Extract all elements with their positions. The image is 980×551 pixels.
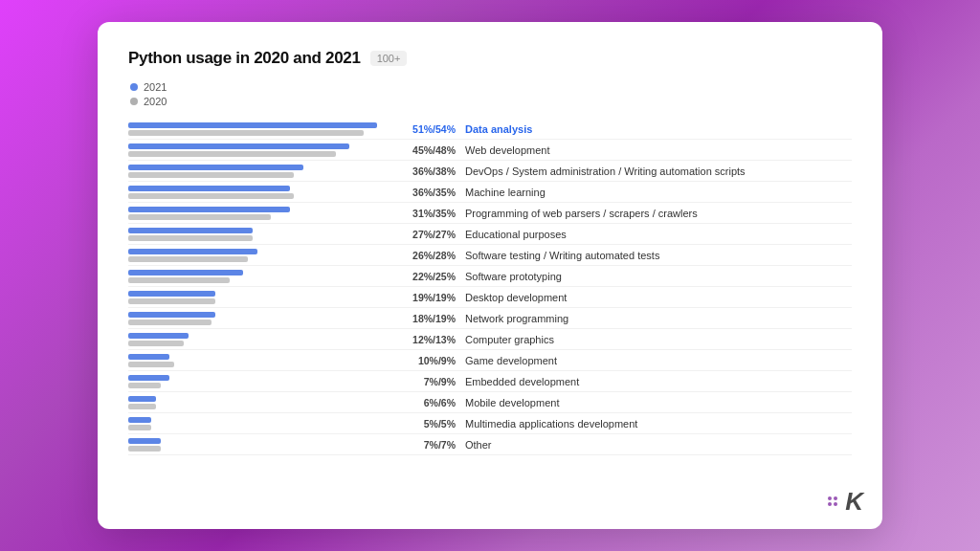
bar-2020 [128, 404, 156, 409]
legend-dot-2021 [130, 83, 138, 91]
bar-2020 [128, 214, 271, 220]
row-label: Game development [465, 355, 557, 366]
bar-container [128, 186, 396, 199]
row-label: Educational purposes [465, 229, 567, 240]
bar-2020 [128, 172, 294, 178]
table-row: 7%/9% Embedded development [128, 371, 852, 392]
row-label: Computer graphics [465, 334, 554, 345]
pct-label: 36%/38% [396, 165, 465, 177]
pct-label: 18%/19% [396, 313, 465, 324]
bar-2021 [128, 291, 215, 297]
bar-2021 [128, 333, 189, 339]
table-row: 31%/35% Programming of web parsers / scr… [128, 203, 852, 224]
row-label: Other [465, 439, 492, 451]
pct-label: 12%/13% [396, 334, 465, 345]
bar-container [128, 312, 396, 325]
bar-2021 [128, 354, 169, 360]
bar-container [128, 122, 396, 136]
bar-2021 [128, 417, 151, 423]
bar-2020 [128, 277, 230, 283]
bar-container [128, 354, 396, 367]
legend-2020: 2020 [130, 96, 852, 107]
dot2 [834, 496, 837, 500]
main-card: Python usage in 2020 and 2021 100+ 2021 … [98, 22, 882, 529]
bar-2021 [128, 122, 377, 128]
pct-label: 45%/48% [396, 144, 465, 156]
bar-container [128, 143, 396, 157]
dot4 [834, 502, 837, 506]
bar-2021 [128, 249, 257, 254]
bar-container [128, 333, 396, 346]
row-label: Machine learning [465, 187, 546, 198]
bar-2020 [128, 130, 364, 136]
pct-label: 19%/19% [396, 292, 465, 303]
watermark-dots [828, 496, 841, 506]
table-row: 51%/54% Data analysis [128, 119, 852, 140]
legend-label-2021: 2021 [144, 81, 167, 93]
bar-2021 [128, 396, 156, 402]
legend-dot-2020 [130, 98, 138, 105]
table-row: 19%/19% Desktop development [128, 287, 852, 308]
table-row: 45%/48% Web development [128, 140, 852, 161]
bar-2021 [128, 312, 215, 318]
sample-badge: 100+ [370, 51, 408, 66]
dot1 [828, 496, 832, 500]
pct-label: 22%/25% [396, 271, 465, 282]
bar-container [128, 396, 396, 409]
bar-container [128, 417, 396, 430]
bar-2021 [128, 207, 290, 212]
pct-label: 51%/54% [396, 123, 465, 135]
bar-2020 [128, 235, 253, 241]
bar-2020 [128, 425, 151, 430]
bar-2021 [128, 270, 243, 276]
row-label: Mobile development [465, 397, 559, 408]
bar-2020 [128, 446, 161, 452]
legend: 2021 2020 [130, 81, 852, 107]
table-row: 12%/13% Computer graphics [128, 329, 852, 350]
dot3 [828, 502, 832, 506]
pct-label: 26%/28% [396, 250, 465, 261]
pct-label: 36%/35% [396, 187, 465, 198]
bar-2020 [128, 341, 184, 346]
legend-2021: 2021 [130, 81, 852, 93]
bar-2020 [128, 320, 212, 325]
bar-container [128, 291, 396, 304]
watermark: K [828, 489, 863, 514]
bar-container [128, 249, 396, 262]
table-row: 18%/19% Network programming [128, 308, 852, 329]
row-label: Web development [465, 144, 549, 156]
row-label: Programming of web parsers / scrapers / … [465, 208, 698, 219]
table-row: 22%/25% Software prototyping [128, 266, 852, 287]
bar-container [128, 228, 396, 241]
pct-label: 27%/27% [396, 229, 465, 240]
pct-label: 31%/35% [396, 208, 465, 219]
bar-2021 [128, 143, 349, 149]
chart-area: 51%/54% Data analysis 45%/48% Web develo… [128, 119, 852, 455]
table-row: 5%/5% Multimedia applications developmen… [128, 413, 852, 434]
pct-label: 5%/5% [396, 418, 465, 430]
bar-container [128, 438, 396, 452]
legend-label-2020: 2020 [144, 96, 167, 107]
chart-title: Python usage in 2020 and 2021 [128, 49, 361, 68]
row-label: Desktop development [465, 292, 567, 303]
table-row: 36%/35% Machine learning [128, 182, 852, 203]
row-label: Network programming [465, 313, 568, 324]
bar-container [128, 270, 396, 283]
table-row: 26%/28% Software testing / Writing autom… [128, 245, 852, 266]
bar-2021 [128, 438, 161, 444]
row-label: DevOps / System administration / Writing… [465, 165, 746, 177]
bar-container [128, 207, 396, 220]
table-row: 6%/6% Mobile development [128, 392, 852, 413]
bar-container [128, 165, 396, 178]
bar-container [128, 375, 396, 388]
bar-2020 [128, 193, 294, 199]
watermark-k: K [845, 489, 863, 514]
bar-2020 [128, 362, 174, 367]
pct-label: 10%/9% [396, 355, 465, 366]
row-label: Software testing / Writing automated tes… [465, 250, 659, 261]
bar-2021 [128, 375, 169, 381]
table-row: 7%/7% Other [128, 434, 852, 455]
pct-label: 7%/9% [396, 376, 465, 387]
bar-2020 [128, 256, 248, 262]
header-row: Python usage in 2020 and 2021 100+ [128, 49, 852, 68]
